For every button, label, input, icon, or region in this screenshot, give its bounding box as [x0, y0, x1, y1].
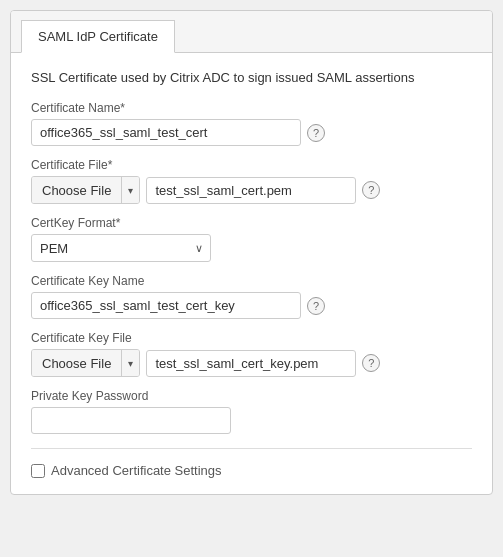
tab-bar: SAML IdP Certificate — [11, 11, 492, 53]
certificate-key-name-help-icon[interactable]: ? — [307, 297, 325, 315]
certificate-file-chooser: Choose File ▾ — [31, 176, 140, 204]
private-key-password-input[interactable] — [31, 407, 231, 434]
divider — [31, 448, 472, 449]
certificate-name-group: Certificate Name* ? — [31, 101, 472, 146]
certificate-key-name-group: Certificate Key Name ? — [31, 274, 472, 319]
certificate-key-file-label: Certificate Key File — [31, 331, 472, 345]
advanced-settings-checkbox[interactable] — [31, 464, 45, 478]
certificate-name-help-icon[interactable]: ? — [307, 124, 325, 142]
certificate-name-label: Certificate Name* — [31, 101, 472, 115]
certificate-key-file-chooser: Choose File ▾ — [31, 349, 140, 377]
certificate-key-choose-file-button[interactable]: Choose File — [32, 350, 122, 376]
certificate-file-chooser-arrow[interactable]: ▾ — [122, 177, 139, 203]
description-text: SSL Certificate used by Citrix ADC to si… — [31, 69, 472, 87]
certificate-file-row: Choose File ▾ ? — [31, 176, 472, 204]
certificate-key-file-group: Certificate Key File Choose File ▾ ? — [31, 331, 472, 377]
certificate-name-row: ? — [31, 119, 472, 146]
advanced-settings-label: Advanced Certificate Settings — [51, 463, 222, 478]
certificate-key-file-chooser-arrow[interactable]: ▾ — [122, 350, 139, 376]
certificate-key-name-label: Certificate Key Name — [31, 274, 472, 288]
certificate-key-file-input[interactable] — [146, 350, 356, 377]
certificate-key-name-row: ? — [31, 292, 472, 319]
certificate-key-file-row: Choose File ▾ ? — [31, 349, 472, 377]
certkey-format-label: CertKey Format* — [31, 216, 472, 230]
private-key-password-group: Private Key Password — [31, 389, 472, 434]
saml-idp-certificate-panel: SAML IdP Certificate SSL Certificate use… — [10, 10, 493, 495]
certkey-format-group: CertKey Format* PEM DER — [31, 216, 472, 262]
certificate-key-name-input[interactable] — [31, 292, 301, 319]
advanced-settings-row: Advanced Certificate Settings — [31, 463, 472, 478]
certificate-file-input[interactable] — [146, 177, 356, 204]
tab-label: SAML IdP Certificate — [38, 29, 158, 44]
certificate-choose-file-button[interactable]: Choose File — [32, 177, 122, 203]
certkey-format-select-wrapper: PEM DER — [31, 234, 211, 262]
certificate-file-label: Certificate File* — [31, 158, 472, 172]
certificate-file-help-icon[interactable]: ? — [362, 181, 380, 199]
certificate-file-group: Certificate File* Choose File ▾ ? — [31, 158, 472, 204]
certificate-name-input[interactable] — [31, 119, 301, 146]
certificate-key-file-help-icon[interactable]: ? — [362, 354, 380, 372]
certkey-format-select[interactable]: PEM DER — [31, 234, 211, 262]
panel-body: SSL Certificate used by Citrix ADC to si… — [11, 53, 492, 494]
tab-saml-idp-certificate[interactable]: SAML IdP Certificate — [21, 20, 175, 53]
private-key-password-label: Private Key Password — [31, 389, 472, 403]
